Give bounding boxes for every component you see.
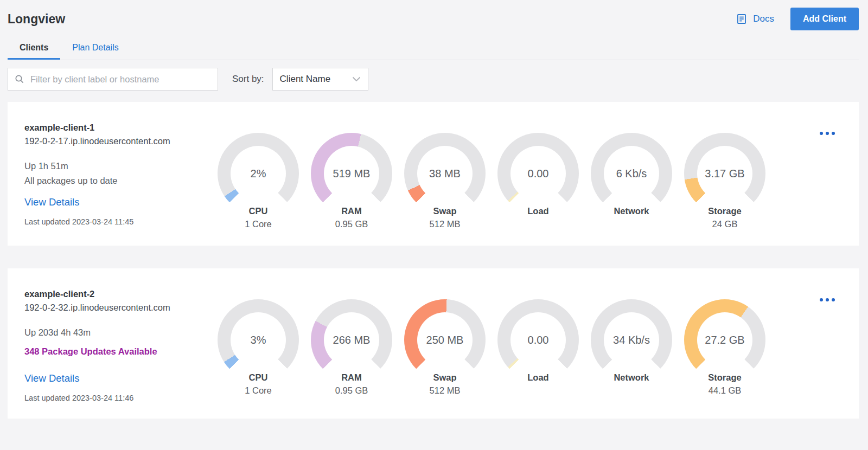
gauge-value: 34 Kb/s — [591, 299, 672, 381]
gauge: 34 Kb/s Network — [585, 299, 678, 402]
search-icon — [15, 74, 24, 84]
gauge: 519 MB RAM 0.95 GB — [305, 133, 398, 229]
gauge-value: 250 MB — [404, 299, 486, 381]
dot-icon — [832, 298, 835, 301]
client-info: example-client-1 192-0-2-17.ip.linodeuse… — [24, 123, 212, 229]
dot-icon — [832, 132, 835, 135]
tab-bar: Clients Plan Details — [8, 38, 859, 60]
gauge-circle: 38 MB — [404, 133, 486, 214]
packages-status: All packages up to date — [24, 176, 212, 186]
sort-select-value: Client Name — [280, 74, 331, 85]
gauge-value: 2% — [218, 133, 299, 214]
view-details-link[interactable]: View Details — [24, 372, 79, 384]
gauge-circle: 266 MB — [311, 299, 392, 381]
gauge-circle: 0.00 — [497, 299, 579, 381]
gauge-circle: 519 MB — [311, 133, 392, 214]
gauge-value: 266 MB — [311, 299, 392, 381]
dot-icon — [826, 132, 829, 135]
last-updated: Last updated 2023-03-24 11:46 — [24, 394, 212, 402]
gauge: 3.17 GB Storage 24 GB — [678, 133, 771, 229]
packages-status: 348 Package Updates Available — [24, 346, 212, 357]
client-card: example-client-2 192-0-2-32.ip.linodeuse… — [8, 268, 859, 419]
filter-row: Sort by: Client Name — [8, 68, 859, 91]
client-name: example-client-2 — [24, 289, 212, 299]
client-list: example-client-1 192-0-2-17.ip.linodeuse… — [8, 102, 859, 419]
add-client-button[interactable]: Add Client — [790, 8, 859, 30]
search-box — [8, 68, 218, 91]
chevron-down-icon — [352, 76, 361, 82]
gauge: 250 MB Swap 512 MB — [398, 299, 492, 402]
gauge-value: 0.00 — [497, 299, 579, 381]
client-uptime: Up 203d 4h 43m — [24, 327, 212, 338]
gauge-circle: 27.2 GB — [684, 299, 765, 381]
client-hostname: 192-0-2-32.ip.linodeusercontent.com — [24, 303, 212, 313]
last-updated: Last updated 2023-03-24 11:45 — [24, 217, 212, 226]
gauge-value: 27.2 GB — [684, 299, 765, 381]
gauge: 27.2 GB Storage 44.1 GB — [678, 299, 771, 402]
dot-icon — [826, 298, 829, 301]
gauge-sublabel: 0.95 GB — [335, 385, 368, 396]
sort-by-label: Sort by: — [232, 74, 264, 85]
dot-icon — [820, 132, 823, 135]
sort-select[interactable]: Client Name — [272, 68, 368, 91]
gauge-sublabel: 512 MB — [430, 219, 461, 229]
gauge-sublabel: 24 GB — [712, 219, 738, 229]
gauge-value: 0.00 — [497, 133, 579, 214]
client-actions-menu-button[interactable] — [820, 132, 835, 135]
page-header: Longview Docs Add Client — [8, 0, 859, 26]
gauge-circle: 250 MB — [404, 299, 486, 381]
tab-clients[interactable]: Clients — [8, 38, 60, 60]
gauges-row: 2% CPU 1 Core 519 MB RAM 0.95 GB 38 MB S… — [212, 123, 820, 229]
client-hostname: 192-0-2-17.ip.linodeusercontent.com — [24, 136, 212, 146]
docs-icon — [736, 13, 748, 25]
gauge-circle: 34 Kb/s — [591, 299, 672, 381]
search-input[interactable] — [29, 74, 211, 85]
dot-icon — [820, 298, 823, 301]
tab-plan-details[interactable]: Plan Details — [60, 38, 130, 60]
client-uptime: Up 1h 51m — [24, 161, 212, 171]
gauge-circle: 6 Kb/s — [591, 133, 672, 214]
gauge-sublabel: 512 MB — [430, 385, 461, 396]
gauge: 38 MB Swap 512 MB — [398, 133, 492, 229]
gauge-circle: 0.00 — [497, 133, 579, 214]
docs-link-label: Docs — [753, 14, 774, 24]
header-actions: Docs Add Client — [736, 8, 859, 30]
gauge-value: 3% — [218, 299, 299, 381]
gauge-circle: 3% — [218, 299, 299, 381]
gauge-sublabel: 0.95 GB — [335, 219, 368, 229]
gauges-row: 3% CPU 1 Core 266 MB RAM 0.95 GB 250 MB … — [212, 289, 820, 402]
page-title: Longview — [8, 12, 65, 27]
gauge: 0.00 Load — [492, 299, 585, 402]
gauge-sublabel: 1 Core — [245, 219, 272, 229]
client-info: example-client-2 192-0-2-32.ip.linodeuse… — [24, 289, 212, 402]
gauge-sublabel: 1 Core — [245, 385, 272, 396]
gauge-circle: 2% — [218, 133, 299, 214]
docs-link[interactable]: Docs — [736, 13, 774, 25]
gauge: 0.00 Load — [492, 133, 585, 229]
client-name: example-client-1 — [24, 123, 212, 133]
gauge-value: 38 MB — [404, 133, 486, 214]
client-actions-menu-button[interactable] — [820, 298, 835, 301]
gauge-sublabel: 44.1 GB — [709, 385, 742, 396]
longview-page: Longview Docs Add Client Clients Plan De… — [0, 0, 868, 419]
gauge: 266 MB RAM 0.95 GB — [305, 299, 398, 402]
gauge: 3% CPU 1 Core — [212, 299, 305, 402]
view-details-link[interactable]: View Details — [24, 196, 79, 208]
gauge: 6 Kb/s Network — [585, 133, 678, 229]
gauge-circle: 3.17 GB — [684, 133, 765, 214]
gauge-value: 519 MB — [311, 133, 392, 214]
gauge-value: 6 Kb/s — [591, 133, 672, 214]
gauge: 2% CPU 1 Core — [212, 133, 305, 229]
gauge-value: 3.17 GB — [684, 133, 765, 214]
client-card: example-client-1 192-0-2-17.ip.linodeuse… — [8, 102, 859, 246]
